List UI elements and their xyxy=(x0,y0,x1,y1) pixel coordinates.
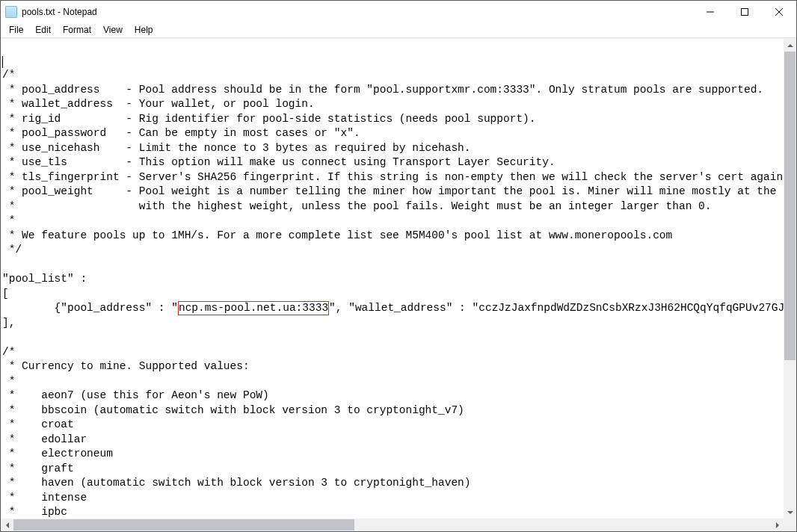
text-line: * xyxy=(2,375,15,387)
menu-help[interactable]: Help xyxy=(129,23,159,37)
text-line: /* xyxy=(2,69,15,81)
horizontal-scrollbar[interactable] xyxy=(1,519,784,531)
hscroll-thumb[interactable] xyxy=(13,519,354,531)
text-line: * ipbc xyxy=(2,506,67,518)
menu-view[interactable]: View xyxy=(98,23,128,37)
text-area[interactable]: /* * pool_address - Pool address should … xyxy=(1,39,784,519)
scrollbar-corner xyxy=(784,519,796,531)
hscroll-track[interactable] xyxy=(13,519,771,531)
vertical-scrollbar[interactable] xyxy=(784,39,796,519)
menubar: File Edit Format View Help xyxy=(1,23,796,38)
close-button[interactable] xyxy=(762,1,796,23)
text-caret xyxy=(2,56,3,68)
chevron-up-icon xyxy=(787,44,793,47)
text-line: * aeon7 (use this for Aeon's new PoW) xyxy=(2,389,269,401)
text-line: /* xyxy=(2,346,15,358)
minimize-button[interactable] xyxy=(693,1,727,23)
window-title: pools.txt - Notepad xyxy=(22,7,97,17)
text-line: * haven (automatic switch with block ver… xyxy=(2,477,471,489)
text-area-wrapper: /* * pool_address - Pool address should … xyxy=(1,38,796,531)
text-line: ], xyxy=(2,317,15,329)
vscroll-track[interactable] xyxy=(784,52,796,506)
chevron-down-icon xyxy=(787,511,793,514)
scroll-left-button[interactable] xyxy=(1,519,13,531)
pool-entry-prefix: {"pool_address" : " xyxy=(2,302,178,314)
text-line: "pool_list" : xyxy=(2,273,87,285)
text-line-pool-entry: {"pool_address" : "ncp.ms-pool.net.ua:33… xyxy=(2,302,784,314)
maximize-icon xyxy=(741,8,748,16)
text-line: */ xyxy=(2,244,22,256)
text-line: * pool_address - Pool address should be … xyxy=(2,84,763,96)
close-icon xyxy=(775,8,783,16)
pool-entry-suffix: ", "wallet_address" : "cczJzJaxfnpdWdZDz… xyxy=(329,302,784,314)
chevron-right-icon xyxy=(776,522,779,528)
text-line: * We feature pools up to 1MH/s. For a mo… xyxy=(2,229,672,241)
maximize-button[interactable] xyxy=(727,1,762,23)
text-line: * use_tls - This option will make us con… xyxy=(2,156,556,168)
text-line: * pool_weight - Pool weight is a number … xyxy=(2,185,784,197)
text-line: * graft xyxy=(2,463,74,474)
text-line: * bbscoin (automatic switch with block v… xyxy=(2,404,464,416)
text-line: * xyxy=(2,214,15,226)
svg-rect-1 xyxy=(742,9,748,16)
text-line: * tls_fingerprint - Server's SHA256 fing… xyxy=(2,171,784,183)
svg-line-2 xyxy=(775,8,783,16)
text-line: * rig_id - Rig identifier for pool-side … xyxy=(2,113,536,125)
menu-file[interactable]: File xyxy=(4,23,28,37)
text-line: * pool_password - Can be empty in most c… xyxy=(2,127,360,139)
text-line: * wallet_address - Your wallet, or pool … xyxy=(2,98,315,110)
svg-line-3 xyxy=(775,8,783,16)
scroll-right-button[interactable] xyxy=(771,519,784,531)
text-line: * with the highest weight, unless the po… xyxy=(2,200,711,212)
menu-format[interactable]: Format xyxy=(58,23,96,37)
text-line: [ xyxy=(2,288,9,300)
pool-address-highlight: ncp.ms-pool.net.ua:3333 xyxy=(178,301,329,315)
text-line: * croat xyxy=(2,418,74,430)
menu-edit[interactable]: Edit xyxy=(30,23,56,37)
minimize-icon xyxy=(707,8,714,16)
text-line: * intense xyxy=(2,492,87,504)
vscroll-thumb[interactable] xyxy=(784,52,796,360)
text-line: * electroneum xyxy=(2,448,113,460)
text-line: * Currency to mine. Supported values: xyxy=(2,360,250,372)
chevron-left-icon xyxy=(6,522,9,528)
titlebar[interactable]: pools.txt - Notepad xyxy=(1,1,796,23)
text-line: * use_nicehash - Limit the nonce to 3 by… xyxy=(2,142,471,154)
scroll-up-button[interactable] xyxy=(784,39,796,52)
text-line: * edollar xyxy=(2,433,87,445)
notepad-app-icon xyxy=(5,6,17,18)
notepad-window: pools.txt - Notepad File Edit Format Vie… xyxy=(0,0,797,532)
scroll-down-button[interactable] xyxy=(784,506,796,519)
window-controls xyxy=(693,1,796,23)
